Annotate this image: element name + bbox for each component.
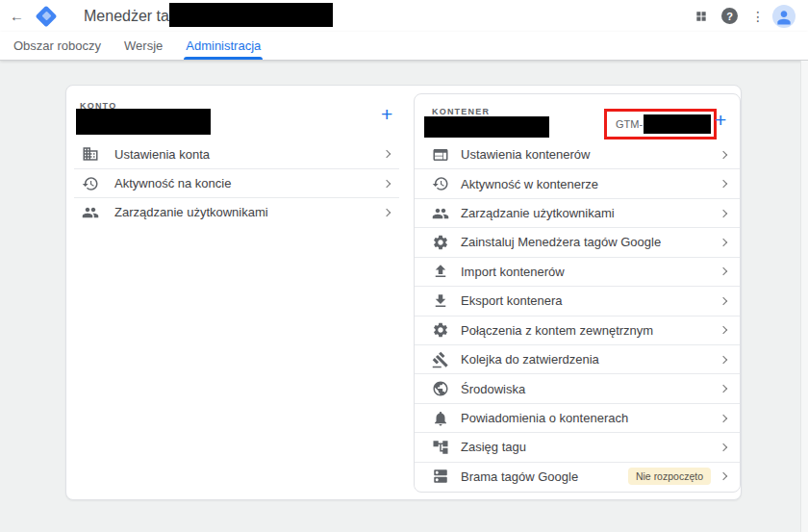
upload-icon xyxy=(432,263,449,280)
chevron-right-icon xyxy=(383,179,391,187)
status-badge: Nie rozpoczęto xyxy=(628,468,711,485)
web-icon xyxy=(432,146,449,164)
menu-item-zasieg-tagu[interactable]: Zasięg tagu xyxy=(415,432,740,461)
chevron-right-icon xyxy=(383,208,391,215)
kontener-menu: Ustawienia kontenerów Aktywność w konten… xyxy=(415,140,740,491)
chevron-right-icon xyxy=(720,355,727,363)
chevron-right-icon xyxy=(720,209,727,216)
chevron-right-icon xyxy=(720,297,727,305)
menu-item-ustawienia-konta[interactable]: Ustawienia konta xyxy=(74,139,399,168)
chevron-right-icon xyxy=(720,150,727,158)
apps-grid-icon[interactable] xyxy=(694,10,708,23)
people-icon xyxy=(432,205,449,222)
gavel-icon xyxy=(432,351,449,368)
admin-card: KONTO + Ustawienia konta Aktywność na ko… xyxy=(65,85,742,500)
menu-item-kolejka-do-zatwierdzenia[interactable]: Kolejka do zatwierdzenia xyxy=(415,344,740,373)
kontener-panel: KONTENER GTM- + Ustawienia kontenerów Ak… xyxy=(414,93,741,493)
globe-icon xyxy=(432,380,449,397)
top-bar: ← Menedżer tagów ? ⋮ xyxy=(0,0,808,32)
redacted-container-name xyxy=(424,116,549,138)
history-icon xyxy=(432,175,449,192)
menu-item-zarzadzanie-uzytkownikami-kontener[interactable]: Zarządzanie użytkownikami xyxy=(415,198,740,227)
container-id-annotation: GTM- xyxy=(604,109,717,139)
menu-item-powiadomienia[interactable]: Powiadomienia o kontenerach xyxy=(415,403,740,432)
konto-menu: Ustawienia konta Aktywność na koncie Zar… xyxy=(74,139,399,226)
menu-item-zainstaluj-menedzera[interactable]: Zainstaluj Menedżera tagów Google xyxy=(415,227,740,256)
redacted-container-id xyxy=(644,114,711,134)
tab-wersje[interactable]: Wersje xyxy=(122,32,164,60)
gear-icon xyxy=(432,234,449,251)
menu-item-aktywnosc-w-kontenerze[interactable]: Aktywność w kontenerze xyxy=(415,168,740,197)
menu-item-ustawienia-kontenerow[interactable]: Ustawienia kontenerów xyxy=(415,140,740,168)
gear-icon xyxy=(432,321,449,339)
tab-administracja[interactable]: Administracja xyxy=(184,32,263,60)
person-icon xyxy=(774,8,794,27)
menu-item-polaczenia-zewnetrzne[interactable]: Połączenia z kontem zewnętrznym xyxy=(415,316,740,344)
redacted-account-path xyxy=(169,3,333,27)
topbar-actions: ? ⋮ xyxy=(694,0,795,32)
menu-item-aktywnosc-na-koncie[interactable]: Aktywność na koncie xyxy=(74,168,399,197)
menu-item-import-kontenerow[interactable]: Import kontenerów xyxy=(415,257,740,286)
add-container-button[interactable]: + xyxy=(715,110,726,130)
redacted-account-name xyxy=(76,109,211,135)
tree-icon xyxy=(432,439,449,456)
chevron-right-icon xyxy=(720,472,727,480)
gtm-logo-icon[interactable] xyxy=(36,6,57,27)
back-arrow-icon[interactable]: ← xyxy=(10,8,24,24)
kontener-section-label: KONTENER xyxy=(432,107,490,116)
chevron-right-icon xyxy=(720,267,727,275)
scrollbar[interactable] xyxy=(800,61,808,532)
tab-bar: Obszar roboczy Wersje Administracja xyxy=(0,32,808,61)
history-icon xyxy=(82,175,99,192)
menu-item-zarzadzanie-uzytkownikami[interactable]: Zarządzanie użytkownikami xyxy=(74,197,399,226)
more-menu-icon[interactable]: ⋮ xyxy=(751,9,759,24)
download-icon xyxy=(432,292,449,310)
chevron-right-icon xyxy=(720,385,727,393)
building-icon xyxy=(82,145,99,163)
add-account-button[interactable]: + xyxy=(381,104,392,124)
people-icon xyxy=(82,204,99,221)
avatar[interactable] xyxy=(772,5,795,28)
chevron-right-icon xyxy=(720,239,727,246)
help-icon[interactable]: ? xyxy=(721,8,738,24)
menu-item-srodowiska[interactable]: Środowiska xyxy=(415,373,740,402)
tab-obszar-roboczy[interactable]: Obszar roboczy xyxy=(12,32,103,60)
chevron-right-icon xyxy=(720,443,727,451)
bell-icon xyxy=(432,410,449,427)
chevron-right-icon xyxy=(720,414,727,421)
container-id-prefix: GTM- xyxy=(616,118,643,130)
menu-item-brama-tagow-google[interactable]: Brama tagów Google Nie rozpoczęto xyxy=(415,462,740,491)
chevron-right-icon xyxy=(720,326,727,334)
chevron-right-icon xyxy=(383,150,391,158)
server-icon xyxy=(432,468,449,485)
chevron-right-icon xyxy=(720,180,727,188)
menu-item-eksport-kontenera[interactable]: Eksport kontenera xyxy=(415,286,740,315)
